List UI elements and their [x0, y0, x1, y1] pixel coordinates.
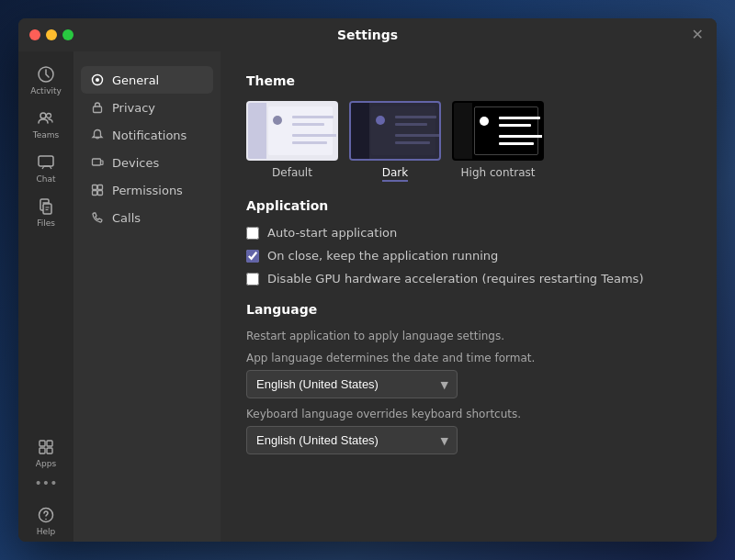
preview-hc-avatar [480, 117, 489, 126]
preview-hc-line1 [499, 117, 540, 119]
preview-hc-content [474, 106, 538, 155]
svg-rect-14 [93, 159, 101, 165]
application-section-title: Application [246, 198, 691, 213]
nav-calls-label: Calls [112, 211, 141, 225]
devices-icon [90, 155, 105, 170]
calls-icon [90, 210, 105, 225]
theme-preview-default [246, 101, 338, 161]
preview-dark-sidebar [351, 103, 369, 159]
theme-option-default[interactable]: Default [246, 101, 338, 182]
nav-item-general[interactable]: General [81, 66, 213, 94]
permissions-icon [90, 183, 105, 197]
preview-dark-line4 [395, 141, 430, 144]
theme-default-label: Default [272, 166, 312, 179]
preview-line1 [292, 116, 334, 118]
svg-point-12 [96, 78, 99, 82]
nav-general-label: General [112, 73, 159, 87]
preview-dark-line1 [395, 116, 436, 118]
app-language-select[interactable]: English (United States) English (United … [246, 370, 458, 398]
svg-rect-15 [101, 161, 104, 165]
keep-running-item: On close, keep the application running [246, 249, 691, 263]
preview-hc-sidebar [454, 103, 472, 159]
sidebar-item-teams[interactable]: Teams [24, 103, 68, 145]
nav-permissions-label: Permissions [112, 184, 183, 197]
svg-rect-16 [93, 185, 97, 190]
nav-item-calls[interactable]: Calls [81, 204, 213, 231]
language-section: Language Restart application to apply la… [246, 302, 691, 454]
nav-item-permissions[interactable]: Permissions [81, 176, 213, 204]
keyboard-language-select-wrapper: English (United States) English (United … [246, 426, 458, 454]
general-icon [90, 73, 105, 87]
theme-option-high-contrast[interactable]: High contrast [452, 101, 544, 182]
chat-icon [36, 152, 56, 173]
app-layout: Activity Teams [18, 51, 717, 542]
nav-item-privacy[interactable]: Privacy [81, 94, 213, 121]
svg-point-0 [40, 113, 46, 118]
nav-item-notifications[interactable]: Notifications [81, 121, 213, 149]
svg-rect-18 [93, 191, 97, 196]
maximize-traffic-light[interactable] [62, 29, 74, 40]
svg-rect-2 [39, 156, 53, 166]
svg-rect-13 [94, 106, 102, 113]
sidebar-item-help[interactable]: Help [24, 499, 68, 542]
minimize-traffic-light[interactable] [46, 29, 57, 40]
svg-rect-17 [98, 185, 103, 190]
language-description: Restart application to apply language se… [246, 330, 691, 342]
notifications-icon [90, 128, 105, 142]
preview-hc-line3 [499, 135, 544, 138]
activity-icon [36, 64, 56, 84]
disable-gpu-item: Disable GPU hardware acceleration (requi… [246, 272, 691, 286]
svg-rect-6 [47, 441, 52, 446]
theme-dark-label: Dark [382, 166, 408, 182]
sidebar-item-files[interactable]: Files [24, 191, 68, 233]
titlebar: Settings ✕ [18, 18, 717, 51]
close-traffic-light[interactable] [29, 29, 40, 40]
sidebar-help-label: Help [37, 527, 56, 536]
nav-item-devices[interactable]: Devices [81, 149, 213, 176]
theme-option-dark[interactable]: Dark [349, 101, 441, 182]
disable-gpu-checkbox[interactable] [246, 273, 259, 286]
files-icon [36, 196, 56, 217]
theme-section: Theme [246, 73, 691, 182]
sidebar-item-activity[interactable]: Activity [24, 59, 68, 101]
sidebar-item-chat[interactable]: Chat [24, 147, 68, 189]
svg-rect-5 [40, 441, 45, 446]
nav-panel: General Privacy Notifica [74, 51, 220, 542]
preview-line4 [292, 141, 327, 144]
theme-hc-label: High contrast [461, 166, 536, 179]
nav-notifications-label: Notifications [112, 129, 187, 142]
svg-rect-19 [98, 191, 103, 196]
sidebar-more[interactable]: ••• [35, 476, 58, 490]
sidebar-item-apps[interactable]: Apps [24, 431, 68, 474]
close-button[interactable]: ✕ [692, 28, 704, 42]
preview-content [268, 106, 333, 155]
sidebar-icons: Activity Teams [18, 51, 74, 542]
svg-rect-7 [40, 448, 45, 454]
sidebar-apps-label: Apps [36, 459, 56, 468]
svg-rect-8 [47, 448, 52, 454]
theme-grid: Default [246, 101, 691, 182]
sidebar-teams-label: Teams [33, 130, 59, 140]
preview-dark-line2 [395, 123, 427, 126]
teams-icon [36, 108, 56, 129]
application-section: Application Auto-start application On cl… [246, 198, 691, 286]
nav-devices-label: Devices [112, 156, 159, 170]
preview-hc-line4 [499, 142, 534, 145]
theme-section-title: Theme [246, 73, 691, 88]
preview-sidebar [248, 103, 266, 159]
auto-start-checkbox[interactable] [246, 227, 259, 240]
help-icon [36, 505, 56, 525]
keyboard-language-sublabel: Keyboard language overrides keyboard sho… [246, 408, 691, 420]
sidebar-files-label: Files [37, 218, 55, 228]
main-content: Theme [220, 51, 717, 542]
preview-dark-line3 [395, 134, 441, 137]
apps-icon [36, 437, 56, 457]
preview-line2 [292, 123, 324, 126]
keep-running-checkbox[interactable] [246, 250, 259, 263]
auto-start-label: Auto-start application [267, 226, 397, 240]
keyboard-language-select[interactable]: English (United States) English (United … [246, 426, 458, 454]
settings-window: Settings ✕ Activity [18, 18, 717, 542]
preview-hc-line2 [499, 124, 531, 127]
app-language-sublabel: App language determines the date and tim… [246, 352, 691, 364]
preview-avatar [273, 116, 282, 125]
